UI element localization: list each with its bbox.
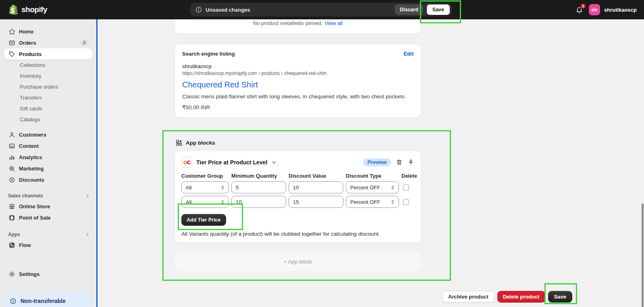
sidebar-item-purchase-orders[interactable]: Purchase orders (4, 81, 92, 92)
app-blocks-icon (176, 139, 183, 146)
main-content: No product metafields pinned. View all S… (98, 19, 644, 307)
trash-icon[interactable] (396, 159, 403, 166)
tier-row: All Percent OFF (181, 196, 414, 208)
save-button-bottom[interactable]: Save (548, 291, 572, 303)
seo-card-title: Search engine listing (182, 51, 235, 57)
tier-block-title: Tier Price at Product Level (196, 159, 267, 166)
delete-checkbox[interactable] (403, 185, 409, 191)
info-icon (10, 298, 17, 305)
sidebar-divider (96, 19, 98, 307)
sales-channels-header[interactable]: Sales channels (4, 191, 92, 201)
chevron-right-icon (85, 232, 90, 237)
column-delete: Delete (401, 173, 413, 179)
sidebar-item-settings[interactable]: Settings (4, 268, 92, 280)
shopify-bag-icon (9, 4, 19, 15)
online-store-icon (8, 203, 15, 210)
preview-badge[interactable]: Preview (363, 158, 391, 166)
sidebar-item-products[interactable]: Products (4, 48, 92, 60)
column-discount-value: Discount Value (289, 173, 343, 179)
non-transferable-banner[interactable]: Non-transferable (4, 292, 91, 307)
unsaved-changes-label: Unsaved changes (206, 7, 250, 13)
discount-type-select[interactable]: Percent OFF (346, 196, 399, 208)
minimum-quantity-input[interactable] (231, 196, 286, 208)
shopify-logo[interactable]: shopify (9, 4, 47, 15)
flow-icon (8, 242, 15, 249)
metafields-empty-text: No product metafields pinned. (253, 20, 323, 26)
vertical-scrollbar[interactable] (642, 203, 644, 307)
column-discount-type: Discount Type (346, 173, 399, 179)
shopify-wordmark: shopify (21, 5, 47, 14)
minimum-quantity-input[interactable] (231, 181, 286, 193)
add-tier-price-button[interactable]: Add Tier Price (181, 214, 226, 226)
notification-badge: 1 (580, 3, 586, 9)
sidebar-item-analytics[interactable]: Analytics (4, 151, 92, 163)
seo-breadcrumb-url: https://shrutikaoscp.myshopify.com › pro… (182, 71, 413, 76)
app-blocks-section-header: App blocks (175, 139, 421, 146)
sidebar-item-collections[interactable]: Collections (4, 60, 92, 71)
products-tag-icon (8, 51, 15, 58)
pin-icon[interactable] (407, 159, 414, 166)
seo-page-title[interactable]: Chequered Red Shirt (182, 80, 413, 89)
search-engine-listing-card: Search engine listing Edit shrutikaoscp … (175, 44, 421, 118)
discount-value-input[interactable] (289, 181, 343, 193)
sidebar-item-transfers[interactable]: Transfers (4, 92, 92, 103)
content-icon (8, 143, 15, 149)
avatar[interactable]: shr (589, 4, 600, 15)
discounts-icon (8, 176, 15, 183)
marketing-icon (8, 165, 15, 172)
chevron-down-icon[interactable] (271, 160, 277, 165)
metafields-card: No product metafields pinned. View all (175, 19, 421, 34)
gear-icon (8, 271, 15, 278)
seo-price: ₹50.00 INR (182, 104, 413, 110)
select-stepper-icon (390, 199, 395, 205)
notifications-button[interactable]: 1 (573, 4, 585, 15)
point-of-sale-icon (8, 214, 15, 221)
sidebar: Home Orders 3 Products Collections Inven… (0, 19, 96, 307)
column-minimum-quantity: Minimum Quantity (231, 173, 286, 179)
orders-icon (8, 39, 15, 46)
analytics-icon (8, 154, 15, 161)
column-customer-group: Customer Group (181, 173, 229, 179)
footer-actions: Archive product Delete product Save (442, 291, 572, 303)
customers-icon (8, 131, 15, 138)
sidebar-item-content[interactable]: Content (4, 140, 92, 151)
home-icon (8, 28, 15, 35)
archive-product-button[interactable]: Archive product (442, 291, 494, 303)
alert-circle-icon (195, 6, 202, 13)
save-button-top[interactable]: Save (426, 4, 450, 15)
tier-helper-text: All Variants quantity (of a product) wil… (181, 231, 414, 237)
discard-button[interactable]: Discard (395, 4, 423, 15)
sidebar-item-gift-cards[interactable]: Gift cards (4, 103, 92, 114)
tier-table-header: Customer Group Minimum Quantity Discount… (181, 173, 414, 179)
topbar-right: 1 shr shrutikaoscp (573, 0, 637, 19)
discount-value-input[interactable] (289, 196, 343, 208)
sidebar-item-catalogs[interactable]: Catalogs (4, 114, 92, 125)
sidebar-item-customers[interactable]: Customers (4, 129, 92, 140)
discount-type-select[interactable]: Percent OFF (346, 181, 399, 193)
sidebar-item-discounts[interactable]: Discounts (4, 174, 92, 185)
tier-row: All Percent OFF (181, 181, 414, 193)
sidebar-item-home[interactable]: Home (4, 26, 92, 37)
select-stepper-icon (220, 199, 225, 205)
sidebar-item-inventory[interactable]: Inventory (4, 71, 92, 81)
sidebar-item-point-of-sale[interactable]: Point of Sale (4, 212, 92, 223)
view-all-link[interactable]: View all (325, 20, 343, 26)
delete-product-button[interactable]: Delete product (497, 291, 545, 303)
customer-group-select[interactable]: All (181, 181, 229, 193)
delete-checkbox[interactable] (403, 199, 409, 205)
sidebar-item-orders[interactable]: Orders 3 (4, 37, 92, 48)
top-bar: shopify Unsaved changes Discard Save 1 s… (0, 0, 644, 19)
seo-store-name: shrutikaoscp (182, 63, 413, 69)
add-app-block-button[interactable]: + App block (175, 252, 421, 271)
sidebar-item-online-store[interactable]: Online Store (4, 201, 92, 212)
customer-group-select[interactable]: All (181, 196, 229, 208)
unsaved-changes-bar: Unsaved changes Discard Save (190, 3, 452, 17)
sidebar-item-flow[interactable]: Flow (4, 239, 92, 251)
seo-description: Classic mens plaid flannel shirt with lo… (182, 93, 408, 101)
orders-count-badge: 3 (80, 40, 88, 46)
apps-header[interactable]: Apps (4, 230, 92, 239)
sidebar-item-marketing[interactable]: Marketing (4, 163, 92, 174)
store-name[interactable]: shrutikaoscp (604, 7, 637, 13)
chevron-right-icon (85, 193, 90, 198)
edit-link[interactable]: Edit (403, 51, 413, 57)
